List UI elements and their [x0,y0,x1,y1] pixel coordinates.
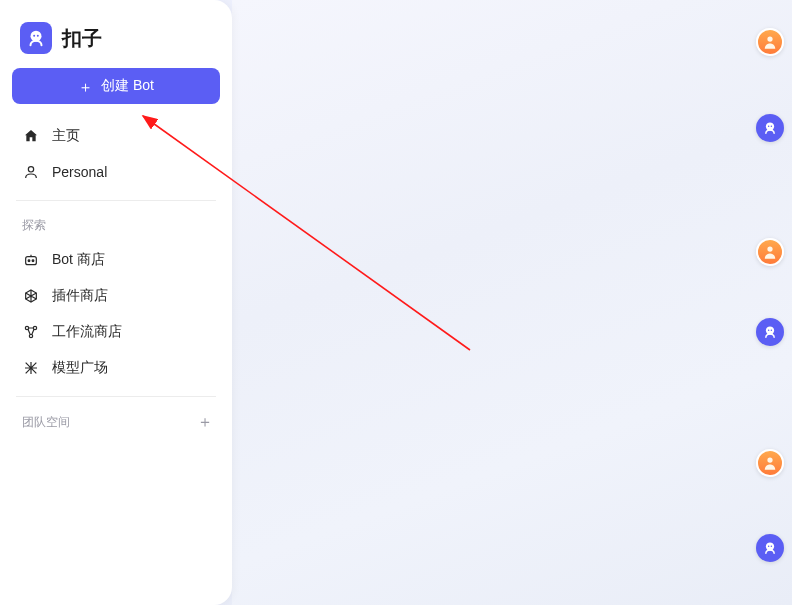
user-avatar-icon[interactable] [756,238,784,266]
sidebar: 扣子 ＋ 创建 Bot 主页 Personal 探索 Bot 商店 插件商店 [0,0,232,605]
svg-point-14 [767,246,772,251]
svg-point-12 [768,126,770,128]
assistant-bubble-icon[interactable] [756,534,784,562]
svg-point-3 [28,167,33,172]
svg-point-6 [32,260,34,262]
nav-workflow-store-label: 工作流商店 [52,323,122,341]
bot-store-icon [22,251,40,269]
nav-plugin-store-label: 插件商店 [52,287,108,305]
user-avatar-icon[interactable] [756,28,784,56]
user-avatar-icon[interactable] [756,449,784,477]
nav-workflow-store[interactable]: 工作流商店 [12,314,220,350]
plus-icon: ＋ [78,79,93,94]
svg-point-20 [768,546,770,548]
nav-model-plaza-label: 模型广场 [52,359,108,377]
svg-point-9 [29,334,32,337]
brand-logo-icon [20,22,52,54]
svg-point-8 [33,326,36,329]
create-bot-button[interactable]: ＋ 创建 Bot [12,68,220,104]
divider [16,200,216,201]
nav-model-plaza[interactable]: 模型广场 [12,350,220,386]
add-team-space-button[interactable]: ＋ [196,413,214,431]
divider [16,396,216,397]
svg-point-2 [37,35,39,37]
nav-personal[interactable]: Personal [12,154,220,190]
assistant-bubble-icon[interactable] [756,114,784,142]
team-space-header: 团队空间 ＋ [12,409,220,435]
svg-point-13 [771,126,773,128]
svg-point-10 [767,36,772,41]
explore-section-label: 探索 [12,213,220,242]
assistant-bubble-icon[interactable] [756,318,784,346]
home-icon [22,127,40,145]
main-content-area [232,0,792,605]
model-plaza-icon [22,359,40,377]
svg-point-7 [25,326,28,329]
svg-point-1 [33,35,35,37]
workflow-store-icon [22,323,40,341]
svg-point-16 [768,330,770,332]
plugin-store-icon [22,287,40,305]
nav-plugin-store[interactable]: 插件商店 [12,278,220,314]
right-side-bubbles [752,0,792,605]
svg-point-17 [771,330,773,332]
nav-bot-store[interactable]: Bot 商店 [12,242,220,278]
brand-title: 扣子 [62,25,102,52]
svg-point-21 [771,546,773,548]
nav-home-label: 主页 [52,127,80,145]
svg-point-18 [767,457,772,462]
team-space-label: 团队空间 [22,414,70,431]
person-icon [22,163,40,181]
svg-point-5 [28,260,30,262]
nav-bot-store-label: Bot 商店 [52,251,105,269]
nav-personal-label: Personal [52,164,107,180]
brand-header: 扣子 [12,16,220,68]
nav-home[interactable]: 主页 [12,118,220,154]
svg-rect-4 [26,257,37,265]
create-bot-label: 创建 Bot [101,77,154,95]
